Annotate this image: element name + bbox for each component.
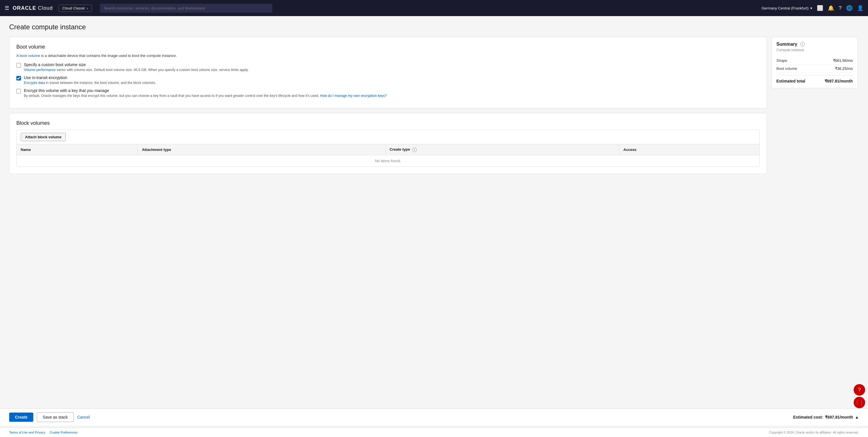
help-icon[interactable]: ? <box>839 5 842 11</box>
region-chevron-icon: ▾ <box>810 6 812 10</box>
cancel-link[interactable]: Cancel <box>77 415 90 419</box>
encrypt-transit-sub-text: in transit between the instance, the boo… <box>45 81 156 85</box>
no-items-row: No items found. <box>17 155 760 167</box>
col-access: Access <box>619 144 760 155</box>
encrypt-transit-checkbox[interactable] <box>17 76 21 81</box>
no-items-text: No items found. <box>17 155 760 167</box>
user-avatar-icon[interactable]: 👤 <box>857 5 863 11</box>
encrypt-key-checkbox[interactable] <box>17 89 21 93</box>
bell-icon[interactable]: 🔔 <box>828 5 834 11</box>
summary-info-icon[interactable]: i <box>800 42 805 47</box>
hamburger-menu-icon[interactable]: ☰ <box>5 5 9 11</box>
cookie-preferences-link[interactable]: Cookie Preferences <box>50 431 78 434</box>
region-selector[interactable]: Germany Central (Frankfurt) ▾ <box>762 6 812 10</box>
help-circle-button[interactable]: ? <box>854 384 865 396</box>
boot-volume-link[interactable]: boot volume <box>20 54 40 58</box>
summary-subtitle: Compute instance <box>776 48 853 52</box>
summary-boot-volume-row: Boot volume ₹36.25/mo <box>776 65 853 73</box>
copyright-links: Terms of Use and Privacy Cookie Preferen… <box>9 431 78 434</box>
help-grid-button[interactable]: ⋮⋮ <box>854 397 865 408</box>
block-volumes-toolbar: Attach block volume <box>17 130 760 144</box>
page-content: Create compute instance Boot volume A bo… <box>0 16 868 426</box>
summary-boot-volume-label: Boot volume <box>776 66 797 71</box>
cloud-classic-button[interactable]: Cloud Classic › <box>59 5 92 12</box>
encrypt-transit-row: Use in-transit encryption Encrypts data … <box>17 75 760 85</box>
summary-total-value: ₹697.81/month <box>825 79 853 83</box>
help-icons-overlay: ? ⋮⋮ <box>854 384 865 408</box>
custom-size-label-wrap: Specify a custom boot volume size Volume… <box>24 62 249 72</box>
summary-shape-label: Shape <box>776 58 787 63</box>
encrypt-key-label[interactable]: Encrypt this volume with a key that you … <box>24 88 109 93</box>
custom-size-row: Specify a custom boot volume size Volume… <box>17 62 760 72</box>
custom-size-sub-text: varies with volume size. Default boot vo… <box>56 68 249 72</box>
topnav-right: Germany Central (Frankfurt) ▾ ⬜ 🔔 ? 🌐 👤 <box>762 5 863 11</box>
globe-icon[interactable]: 🌐 <box>846 5 852 11</box>
custom-size-label[interactable]: Specify a custom boot volume size <box>24 62 86 67</box>
block-volumes-title: Block volumes <box>17 120 760 126</box>
encrypt-transit-label-wrap: Use in-transit encryption Encrypts data … <box>24 75 156 85</box>
topnav: ☰ ORACLE Cloud Cloud Classic › Germany C… <box>0 0 868 16</box>
boot-volume-section: Boot volume A boot volume is a detachabl… <box>9 37 767 108</box>
boot-volume-desc-prefix: A <box>17 54 20 58</box>
encrypt-key-label-wrap: Encrypt this volume with a key that you … <box>24 88 386 98</box>
estimated-cost-arrow-icon[interactable]: ▲ <box>855 415 859 419</box>
block-volumes-section: Block volumes Attach block volume Name A… <box>9 113 767 174</box>
summary-total-row: Estimated total ₹697.81/month <box>776 75 853 83</box>
custom-size-sub: Volume performance varies with volume si… <box>24 68 249 72</box>
main-content: Boot volume A boot volume is a detachabl… <box>9 37 767 178</box>
boot-volume-desc: A boot volume is a detachable device tha… <box>17 54 760 58</box>
search-bar <box>100 4 272 13</box>
col-create-type: Create type i <box>385 144 619 155</box>
create-type-info-icon[interactable]: i <box>412 147 417 152</box>
encrypt-key-sub-text: By default, Oracle manages the keys that… <box>24 94 320 98</box>
encrypts-data-link[interactable]: Encrypts data <box>24 81 45 85</box>
col-name: Name <box>17 144 137 155</box>
copyright-bar: Terms of Use and Privacy Cookie Preferen… <box>0 428 868 437</box>
block-volumes-table: Name Attachment type Create type i Acces… <box>17 144 760 167</box>
oracle-logo: ORACLE Cloud <box>13 5 53 11</box>
boot-volume-desc-suffix: is a detachable device that contains the… <box>40 54 177 58</box>
save-as-stack-button[interactable]: Save as stack <box>37 412 74 422</box>
block-volumes-table-wrap: Attach block volume Name Attachment type… <box>17 130 760 167</box>
attach-block-volume-button[interactable]: Attach block volume <box>21 133 66 141</box>
manage-keys-link[interactable]: How do I manage my own encryption keys? <box>320 94 386 98</box>
console-icon[interactable]: ⬜ <box>817 5 823 11</box>
encrypt-transit-sub: Encrypts data in transit between the ins… <box>24 81 156 85</box>
search-input[interactable] <box>100 4 272 13</box>
footer-bar: Create Save as stack Cancel Estimated co… <box>0 409 868 426</box>
terms-link[interactable]: Terms of Use and Privacy <box>9 431 45 434</box>
table-header-row: Name Attachment type Create type i Acces… <box>17 144 760 155</box>
custom-size-checkbox[interactable] <box>17 63 21 67</box>
main-layout: Boot volume A boot volume is a detachabl… <box>9 37 859 178</box>
summary-boot-volume-value: ₹36.25/mo <box>835 66 853 71</box>
volume-performance-link[interactable]: Volume performance <box>24 68 56 72</box>
estimated-cost-value: ₹697.81/month <box>825 415 853 419</box>
summary-title-text: Summary <box>776 42 797 47</box>
create-button[interactable]: Create <box>9 413 33 422</box>
page-title: Create compute instance <box>9 23 859 31</box>
summary-total-label: Estimated total <box>776 79 805 83</box>
footer-actions: Create Save as stack Cancel <box>9 412 90 422</box>
col-attachment-type: Attachment type <box>137 144 385 155</box>
help-grid-icon: ⋮⋮ <box>855 400 864 405</box>
region-label: Germany Central (Frankfurt) <box>762 6 809 10</box>
encrypt-key-row: Encrypt this volume with a key that you … <box>17 88 760 98</box>
boot-volume-title: Boot volume <box>17 44 760 50</box>
encrypt-key-sub: By default, Oracle manages the keys that… <box>24 94 386 98</box>
summary-title: Summary i <box>776 42 853 47</box>
summary-shape-row: Shape ₹661.56/mo <box>776 57 853 65</box>
help-circle-icon: ? <box>858 387 861 393</box>
summary-panel: Summary i Compute instance Shape ₹661.56… <box>772 37 858 88</box>
estimated-cost-label: Estimated cost: <box>793 415 823 419</box>
encrypt-transit-label[interactable]: Use in-transit encryption <box>24 75 67 80</box>
summary-shape-value: ₹661.56/mo <box>833 58 853 63</box>
copyright-text: Copyright © 2024, Oracle and/or its affi… <box>769 431 859 434</box>
estimated-cost: Estimated cost: ₹697.81/month ▲ <box>793 415 859 419</box>
